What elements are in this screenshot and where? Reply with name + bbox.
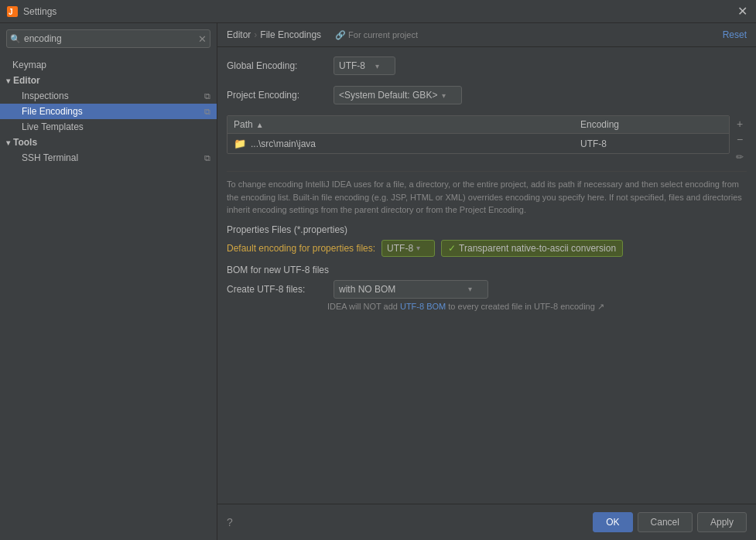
breadcrumb-parent: Editor xyxy=(227,29,251,40)
remove-row-button[interactable]: − xyxy=(733,132,747,146)
ok-button[interactable]: OK xyxy=(593,512,632,532)
search-icon: 🔍 xyxy=(10,34,21,44)
encoding-cell: UTF-8 xyxy=(574,134,729,153)
global-encoding-arrow: ▾ xyxy=(371,62,379,70)
col-header-encoding: Encoding xyxy=(574,116,729,133)
content-panel: Editor › File Encodings 🔗 For current pr… xyxy=(217,23,756,540)
copy-icon-inspections: ⧉ xyxy=(204,91,210,101)
encoding-table-container: Path ▲ Encoding 📁 ...\src\main\java xyxy=(227,115,747,163)
project-tag: 🔗 For current project xyxy=(335,30,418,40)
global-encoding-label: Global Encoding: xyxy=(227,60,327,71)
bom-row: Create UTF-8 files: with NO BOM ▾ xyxy=(227,280,747,299)
breadcrumb-separator: › xyxy=(254,29,257,40)
transparent-conversion-checkbox[interactable]: ✓ Transparent native-to-ascii conversion xyxy=(441,240,623,257)
encoding-table-wrapper: Path ▲ Encoding 📁 ...\src\main\java xyxy=(227,115,730,157)
cancel-button[interactable]: Cancel xyxy=(638,512,693,532)
bom-section-title: BOM for new UTF-8 files xyxy=(227,265,747,275)
search-input[interactable] xyxy=(6,29,210,48)
table-header: Path ▲ Encoding xyxy=(227,116,729,134)
table-actions: + − ✏ xyxy=(730,115,747,163)
default-encoding-label: Default encoding for properties files: xyxy=(227,243,375,254)
global-encoding-row: Global Encoding: UTF-8 ▾ xyxy=(227,56,747,75)
path-cell: 📁 ...\src\main\java xyxy=(227,134,574,153)
table-row[interactable]: 📁 ...\src\main\java UTF-8 xyxy=(227,134,729,153)
add-row-button[interactable]: + xyxy=(733,117,747,131)
footer: ? OK Cancel Apply xyxy=(217,504,756,540)
info-text: To change encoding IntelliJ IDEA uses fo… xyxy=(227,171,747,217)
project-encoding-dropdown[interactable]: <System Default: GBK> ▾ xyxy=(334,86,462,104)
footer-buttons: OK Cancel Apply xyxy=(593,512,747,532)
utf8-arrow: ▾ xyxy=(416,244,420,252)
utf8-bom-link[interactable]: UTF-8 BOM xyxy=(400,302,446,311)
sidebar-item-tools[interactable]: ▾ Tools xyxy=(0,135,217,150)
sort-arrow: ▲ xyxy=(256,121,264,129)
app-icon: J xyxy=(6,5,19,18)
sidebar-item-inspections[interactable]: Inspections ⧉ xyxy=(0,88,217,104)
window-title: Settings xyxy=(23,6,734,17)
project-encoding-row: Project Encoding: <System Default: GBK> … xyxy=(227,86,747,104)
idea-note: IDEA will NOT add UTF-8 BOM to every cre… xyxy=(227,302,747,312)
sidebar-item-ssh-terminal[interactable]: SSH Terminal ⧉ xyxy=(0,150,217,166)
bom-dropdown-arrow: ▾ xyxy=(468,285,472,293)
sidebar: 🔍 ✕ Keymap ▾ Editor Inspections ⧉ File E… xyxy=(0,23,217,540)
folder-icon: 📁 xyxy=(234,138,246,149)
properties-row: Default encoding for properties files: U… xyxy=(227,240,747,257)
sidebar-item-file-encodings[interactable]: File Encodings ⧉ xyxy=(0,104,217,119)
close-button[interactable]: ✕ xyxy=(734,4,750,19)
main-layout: 🔍 ✕ Keymap ▾ Editor Inspections ⧉ File E… xyxy=(0,23,756,540)
properties-section: Properties Files (*.properties) Default … xyxy=(227,224,747,257)
breadcrumb-current: File Encodings xyxy=(260,29,321,40)
nav-tree: Keymap ▾ Editor Inspections ⧉ File Encod… xyxy=(0,54,217,540)
project-encoding-arrow: ▾ xyxy=(437,91,446,100)
project-encoding-label: Project Encoding: xyxy=(227,90,327,101)
utf8-dropdown[interactable]: UTF-8 ▾ xyxy=(381,240,435,257)
search-box: 🔍 ✕ xyxy=(6,29,210,48)
encoding-table: Path ▲ Encoding 📁 ...\src\main\java xyxy=(227,115,730,154)
editor-collapse-arrow: ▾ xyxy=(6,77,10,85)
col-header-path: Path ▲ xyxy=(227,116,574,133)
clear-search-icon[interactable]: ✕ xyxy=(198,33,207,45)
sidebar-item-keymap[interactable]: Keymap xyxy=(0,57,217,73)
global-encoding-dropdown[interactable]: UTF-8 ▾ xyxy=(334,56,395,75)
edit-row-button[interactable]: ✏ xyxy=(733,151,747,163)
svg-text:J: J xyxy=(9,8,13,16)
properties-section-title: Properties Files (*.properties) xyxy=(227,224,747,235)
apply-button[interactable]: Apply xyxy=(697,512,747,532)
sidebar-item-live-templates[interactable]: Live Templates xyxy=(0,119,217,135)
content-body: Global Encoding: UTF-8 ▾ Project Encodin… xyxy=(217,47,756,504)
copy-icon-ssh: ⧉ xyxy=(204,153,210,163)
reset-button[interactable]: Reset xyxy=(723,29,747,40)
help-button[interactable]: ? xyxy=(227,516,233,528)
content-header: Editor › File Encodings 🔗 For current pr… xyxy=(217,23,756,47)
checkmark-icon: ✓ xyxy=(448,243,456,254)
copy-icon-file-encodings: ⧉ xyxy=(204,107,210,117)
breadcrumb: Editor › File Encodings xyxy=(227,29,321,40)
tools-collapse-arrow: ▾ xyxy=(6,138,10,147)
link-icon: 🔗 xyxy=(335,30,346,40)
bom-section: BOM for new UTF-8 files Create UTF-8 fil… xyxy=(227,265,747,312)
create-utf8-label: Create UTF-8 files: xyxy=(227,284,327,295)
title-bar: J Settings ✕ xyxy=(0,0,756,23)
bom-dropdown[interactable]: with NO BOM ▾ xyxy=(334,280,488,299)
sidebar-item-editor[interactable]: ▾ Editor xyxy=(0,73,217,88)
